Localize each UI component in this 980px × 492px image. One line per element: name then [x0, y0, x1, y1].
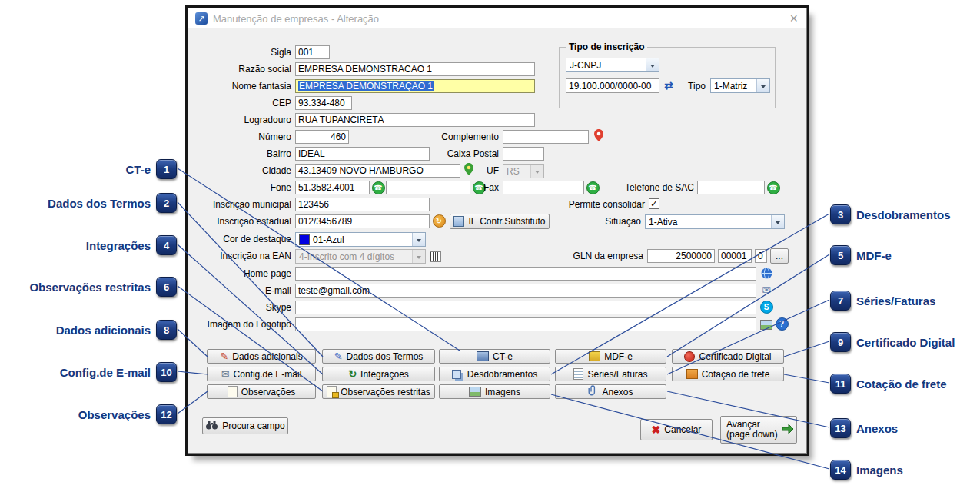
sync-icon[interactable]: ↻ — [433, 214, 445, 227]
bairro-input[interactable]: IDEAL — [295, 147, 430, 161]
observacoes-restritas-button[interactable]: Observações restritas — [322, 384, 435, 399]
cep-input[interactable]: 93.334-480 — [295, 96, 352, 110]
help-icon[interactable]: ? — [776, 317, 788, 330]
annotation-badge-12: 12 — [156, 404, 177, 424]
cidade-input[interactable]: 43.13409 NOVO HAMBURGO — [295, 164, 460, 178]
annotation-badge-10: 10 — [156, 362, 177, 382]
annotation-badge-13: 13 — [830, 418, 851, 438]
empresa-dialog: ↗ Manutenção de empresas - Alteração × S… — [188, 8, 807, 454]
avancar-button[interactable]: Avançar (page down) — [720, 416, 797, 444]
cotacao-frete-button[interactable]: Cotação de frete — [672, 367, 784, 381]
ie-doc-icon — [453, 216, 464, 227]
chevron-down-icon — [756, 79, 769, 92]
box-icon — [589, 351, 600, 361]
ct-e-button[interactable]: CT-e — [439, 349, 550, 364]
phone-icon[interactable]: ☎ — [767, 181, 779, 194]
numero-input[interactable]: 460 — [295, 130, 349, 144]
annotation-certificado-digital: 9Certificado Digital — [830, 332, 955, 352]
cancel-x-icon: ✖ — [652, 424, 661, 436]
gln-input-1[interactable]: 2500000 — [647, 249, 715, 263]
swap-icon[interactable]: ⇄ — [663, 79, 675, 91]
cor-destaque-label: Cor de destaque — [188, 234, 291, 244]
gln-browse-button[interactable]: ... — [770, 248, 789, 264]
box-icon — [686, 369, 698, 379]
logotipo-input[interactable] — [295, 317, 756, 331]
app-icon: ↗ — [195, 12, 208, 25]
globe-icon[interactable] — [760, 267, 772, 279]
certificate-icon — [684, 351, 695, 362]
envelope-icon: ✉ — [221, 369, 230, 379]
phone-icon[interactable]: ☎ — [372, 181, 384, 194]
annotation-badge-1: 1 — [156, 159, 177, 179]
dados-dos-termos-button[interactable]: ✎Dados dos Termos — [322, 349, 435, 364]
gln-input-3[interactable]: 0 — [755, 249, 767, 263]
annotation-integracoes: Integrações4 — [86, 235, 177, 255]
series-faturas-button[interactable]: Séries/Faturas — [555, 367, 666, 381]
close-icon[interactable]: × — [789, 11, 798, 26]
inscricao-ean-select: 4-Inscrito com 4 dígitos — [295, 249, 426, 264]
inscricao-ean-label: Inscrição na EAN — [188, 251, 291, 261]
city-pin-icon[interactable] — [463, 163, 475, 175]
certificado-digital-button[interactable]: Certificado Digital — [672, 349, 784, 364]
fax-input[interactable] — [503, 181, 584, 194]
desdobramentos-button[interactable]: Desdobramentos — [439, 367, 550, 381]
phone-icon[interactable]: ☎ — [586, 181, 599, 194]
annotation-badge-11: 11 — [830, 374, 851, 394]
tipo-select[interactable]: 1-Matriz — [710, 78, 770, 93]
annotation-anexos: 13Anexos — [830, 418, 898, 438]
anexos-button[interactable]: Anexos — [555, 384, 666, 399]
cidade-label: Cidade — [188, 165, 291, 176]
gln-input-2[interactable]: 00001 — [718, 249, 752, 263]
logradouro-input[interactable]: RUA TUPANCIRETÃ — [295, 113, 535, 127]
tipo-documento-select[interactable]: J-CNPJ — [566, 58, 659, 72]
skype-icon[interactable]: S — [760, 301, 772, 313]
fone-label: Fone — [188, 182, 291, 193]
annotation-badge-2: 2 — [156, 193, 177, 213]
binoculars-icon — [205, 420, 218, 432]
sigla-input[interactable]: 001 — [295, 45, 330, 59]
imagens-button[interactable]: Imagens — [439, 384, 550, 399]
inscricao-estadual-input[interactable]: 012/3456789 — [295, 214, 430, 228]
telefone-sac-input[interactable] — [697, 181, 765, 194]
chevron-down-icon — [412, 233, 425, 246]
inscricao-municipal-input[interactable]: 123456 — [295, 198, 430, 211]
dados-adicionais-button[interactable]: ✎Dados adicionais — [207, 349, 316, 364]
observacoes-button[interactable]: Observações — [207, 384, 316, 399]
cor-destaque-select[interactable]: 01-Azul — [295, 232, 426, 247]
map-pin-icon[interactable] — [593, 129, 605, 141]
cancelar-button[interactable]: ✖ Cancelar — [640, 419, 713, 440]
annotation-badge-9: 9 — [830, 332, 851, 352]
pencil-icon: ✎ — [220, 351, 228, 361]
config-email-button[interactable]: ✉Config.de E-mail — [207, 367, 316, 381]
annotation-dados-adicionais: Dados adicionais8 — [56, 320, 177, 340]
annotation-desdobramentos: 3Desdobramentos — [830, 204, 951, 224]
skype-input[interactable] — [295, 301, 756, 314]
fone2-input[interactable] — [386, 181, 470, 194]
complemento-input[interactable] — [503, 130, 589, 144]
integracoes-button[interactable]: ↻Integrações — [322, 367, 435, 381]
nome-fantasia-input[interactable]: EMPRESA DEMONSTRAÇÃO 1 — [295, 79, 535, 93]
ie-contr-substituto-button[interactable]: IE Contr.Substituto — [450, 214, 550, 229]
caixa-postal-input[interactable] — [503, 147, 544, 161]
email-input[interactable]: teste@gmail.com — [295, 284, 756, 298]
mdf-e-button[interactable]: MDF-e — [555, 349, 666, 364]
envelope-icon[interactable]: ✉ — [760, 284, 772, 296]
barcode-icon[interactable] — [429, 251, 441, 263]
image-icon[interactable] — [760, 318, 772, 331]
complemento-label: Complemento — [419, 131, 499, 142]
razao-social-input[interactable]: EMPRESA DEMONSTRACAO 1 — [295, 62, 535, 76]
situacao-select[interactable]: 1-Ativa — [645, 214, 785, 229]
note-lock-icon — [327, 386, 337, 397]
annotation-config-email: Config.de E-mail10 — [60, 362, 177, 382]
copy-icon — [452, 370, 461, 379]
permite-consolidar-checkbox[interactable]: ✓ — [649, 198, 659, 209]
fone-input[interactable]: 51.3582.4001 — [295, 181, 370, 194]
procura-campo-button[interactable]: Procura campo — [202, 417, 288, 434]
title-bar: ↗ Manutenção de empresas - Alteração × — [188, 8, 806, 28]
annotation-badge-4: 4 — [156, 235, 177, 255]
cep-label: CEP — [188, 98, 291, 108]
home-page-input[interactable] — [295, 267, 756, 281]
cnpj-input[interactable]: 19.100.000/0000-00 — [566, 78, 659, 93]
fax-label: Fax — [474, 182, 499, 193]
paperclip-icon — [588, 385, 598, 398]
